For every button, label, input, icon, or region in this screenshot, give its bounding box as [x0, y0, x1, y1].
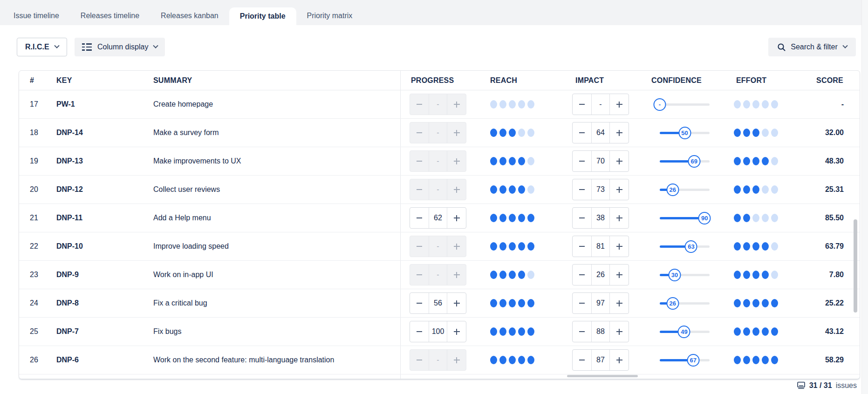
- reach-dot[interactable]: [490, 157, 497, 165]
- reach-dot[interactable]: [509, 271, 516, 279]
- reach-dot[interactable]: [499, 157, 506, 165]
- reach-dot[interactable]: [518, 299, 525, 307]
- confidence-handle[interactable]: 50: [678, 127, 691, 139]
- issue-key[interactable]: DNP-8: [47, 289, 144, 317]
- effort-dot[interactable]: [734, 157, 741, 165]
- effort-dot[interactable]: [743, 214, 750, 222]
- reach-dot[interactable]: [518, 100, 525, 109]
- confidence-handle[interactable]: 69: [688, 155, 700, 168]
- reach-dot[interactable]: [518, 185, 525, 194]
- tab-releases-kanban[interactable]: Releases kanban: [150, 7, 229, 25]
- effort-dot[interactable]: [734, 100, 741, 109]
- impact-decrease-button[interactable]: [573, 236, 591, 257]
- confidence-handle[interactable]: 30: [669, 269, 681, 281]
- reach-dot[interactable]: [499, 129, 506, 137]
- confidence-handle[interactable]: -: [654, 98, 666, 111]
- tab-priority-table[interactable]: Priority table: [229, 7, 296, 25]
- reach-dot[interactable]: [518, 129, 525, 137]
- effort-dot[interactable]: [771, 356, 778, 364]
- effort-dot[interactable]: [771, 185, 778, 194]
- search-filter-button[interactable]: Search & filter: [768, 38, 856, 56]
- reach-dot[interactable]: [527, 271, 534, 279]
- reach-dot[interactable]: [518, 327, 525, 336]
- effort-dot[interactable]: [762, 129, 769, 137]
- issue-key[interactable]: DNP-13: [47, 147, 144, 175]
- issue-key[interactable]: PW-1: [47, 90, 144, 118]
- reach-dot[interactable]: [518, 271, 525, 279]
- progress-decrease-button[interactable]: [410, 293, 429, 313]
- effort-dot[interactable]: [771, 129, 778, 137]
- column-header-impact[interactable]: IMPACT: [554, 71, 641, 90]
- effort-dot[interactable]: [743, 356, 750, 364]
- effort-dot[interactable]: [752, 129, 759, 137]
- effort-dot[interactable]: [734, 185, 741, 194]
- effort-dot[interactable]: [734, 242, 741, 251]
- effort-dot[interactable]: [762, 299, 769, 307]
- vertical-scrollbar-thumb[interactable]: [854, 219, 857, 312]
- reach-dot[interactable]: [518, 356, 525, 364]
- effort-dot[interactable]: [762, 271, 769, 279]
- reach-dot[interactable]: [490, 242, 497, 251]
- impact-increase-button[interactable]: [610, 321, 629, 342]
- column-display-button[interactable]: Column display: [75, 38, 165, 56]
- effort-dot[interactable]: [743, 100, 750, 109]
- effort-dot[interactable]: [752, 356, 759, 364]
- reach-dot[interactable]: [518, 157, 525, 165]
- reach-dot[interactable]: [518, 242, 525, 251]
- effort-dot[interactable]: [734, 327, 741, 336]
- column-header-key[interactable]: KEY: [47, 71, 144, 90]
- confidence-handle[interactable]: 49: [678, 326, 690, 338]
- issue-summary[interactable]: Work on in-app UI: [144, 261, 401, 289]
- reach-dot[interactable]: [509, 242, 516, 251]
- reach-dot[interactable]: [527, 299, 534, 307]
- impact-decrease-button[interactable]: [573, 122, 591, 143]
- effort-dot[interactable]: [752, 299, 759, 307]
- reach-dot[interactable]: [499, 271, 506, 279]
- reach-dot[interactable]: [490, 129, 497, 137]
- effort-dot[interactable]: [743, 271, 750, 279]
- reach-dot[interactable]: [499, 242, 506, 251]
- reach-dot[interactable]: [509, 185, 516, 194]
- reach-dot[interactable]: [509, 356, 516, 364]
- impact-decrease-button[interactable]: [573, 321, 591, 342]
- issue-summary[interactable]: Collect user reviews: [144, 176, 401, 204]
- reach-dot[interactable]: [490, 327, 497, 336]
- reach-dot[interactable]: [527, 242, 534, 251]
- impact-decrease-button[interactable]: [573, 265, 591, 285]
- confidence-handle[interactable]: 26: [666, 183, 679, 196]
- reach-dot[interactable]: [509, 327, 516, 336]
- reach-dot[interactable]: [499, 299, 506, 307]
- framework-selector[interactable]: R.I.C.E: [17, 38, 67, 56]
- reach-dot[interactable]: [490, 299, 497, 307]
- column-header-summary[interactable]: SUMMARY: [144, 71, 401, 90]
- page-scrollbar[interactable]: [861, 0, 868, 394]
- effort-dot[interactable]: [762, 185, 769, 194]
- reach-dot[interactable]: [490, 100, 497, 109]
- impact-decrease-button[interactable]: [573, 293, 591, 313]
- impact-increase-button[interactable]: [610, 208, 629, 228]
- effort-dot[interactable]: [743, 327, 750, 336]
- effort-dot[interactable]: [762, 100, 769, 109]
- reach-dot[interactable]: [527, 129, 534, 137]
- effort-dot[interactable]: [734, 214, 741, 222]
- reach-dot[interactable]: [490, 271, 497, 279]
- reach-dot[interactable]: [509, 100, 516, 109]
- progress-increase-button[interactable]: [447, 293, 466, 313]
- slider-track[interactable]: [660, 103, 710, 106]
- reach-dot[interactable]: [490, 214, 497, 222]
- effort-dot[interactable]: [743, 242, 750, 251]
- effort-dot[interactable]: [734, 129, 741, 137]
- effort-dot[interactable]: [743, 299, 750, 307]
- effort-dot[interactable]: [743, 129, 750, 137]
- impact-decrease-button[interactable]: [573, 350, 591, 370]
- issue-key[interactable]: DNP-12: [47, 176, 144, 204]
- issue-summary[interactable]: Make improvements to UX: [144, 147, 401, 175]
- tab-issue-timeline[interactable]: Issue timeline: [3, 7, 70, 25]
- issue-summary[interactable]: Create homepage: [144, 90, 401, 118]
- effort-dot[interactable]: [771, 214, 778, 222]
- reach-dot[interactable]: [527, 157, 534, 165]
- effort-dot[interactable]: [743, 157, 750, 165]
- effort-dot[interactable]: [734, 356, 741, 364]
- effort-dot[interactable]: [762, 242, 769, 251]
- effort-dot[interactable]: [762, 214, 769, 222]
